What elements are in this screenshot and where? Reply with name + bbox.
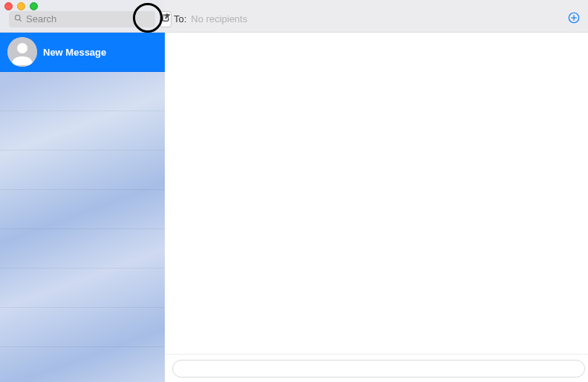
conversation-item-empty: . bbox=[0, 151, 165, 190]
conversation-title: New Message bbox=[43, 47, 106, 58]
avatar bbox=[7, 37, 37, 67]
conversation-item-empty: . bbox=[0, 190, 165, 229]
plus-circle-icon bbox=[567, 16, 581, 27]
conversation-list: New Message . . . . . . . bbox=[0, 33, 165, 382]
svg-point-0 bbox=[15, 15, 20, 20]
conversation-item-empty: . bbox=[0, 269, 165, 308]
conversation-item-empty: . bbox=[0, 308, 165, 347]
thread-pane: To: bbox=[165, 0, 588, 382]
to-label: To: bbox=[174, 13, 186, 24]
conversation-item-empty: . bbox=[0, 72, 165, 111]
conversation-item-empty: . bbox=[0, 111, 165, 151]
to-field-wrap bbox=[191, 13, 563, 24]
add-recipient-button[interactable] bbox=[567, 11, 581, 27]
minimize-window-button[interactable] bbox=[17, 2, 25, 10]
window-controls bbox=[4, 2, 38, 10]
search-input[interactable] bbox=[26, 13, 151, 24]
conversation-item-empty: . bbox=[0, 229, 165, 269]
sidebar: New Message . . . . . . . bbox=[0, 0, 165, 382]
compose-icon bbox=[160, 13, 171, 25]
svg-line-1 bbox=[19, 19, 22, 22]
app-root: New Message . . . . . . . To: bbox=[0, 0, 588, 382]
thread-header: To: bbox=[165, 0, 588, 33]
zoom-window-button[interactable] bbox=[30, 2, 38, 10]
search-field[interactable] bbox=[9, 11, 155, 27]
to-input[interactable] bbox=[191, 13, 563, 24]
message-input[interactable] bbox=[172, 360, 585, 378]
compose-button[interactable] bbox=[160, 11, 172, 27]
search-icon bbox=[13, 13, 23, 25]
message-thread bbox=[165, 33, 588, 354]
composer bbox=[165, 354, 588, 382]
close-window-button[interactable] bbox=[4, 2, 13, 10]
svg-point-4 bbox=[17, 43, 27, 53]
conversation-item[interactable]: New Message bbox=[0, 33, 165, 72]
